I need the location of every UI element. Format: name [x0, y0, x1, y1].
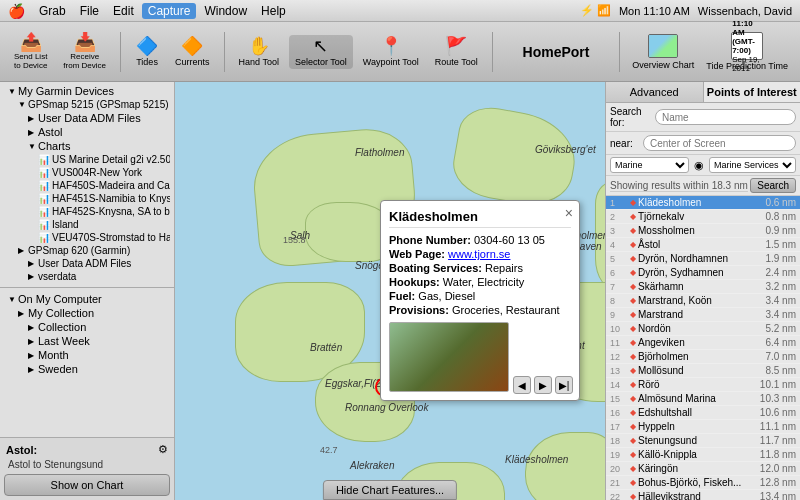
send-to-device-button[interactable]: 📤 Send Listto Device [8, 31, 53, 73]
popup-play-button[interactable]: ▶ [534, 376, 552, 394]
charts-item[interactable]: ▼ Charts [4, 139, 170, 153]
tides-button[interactable]: 🔷 Tides [129, 35, 165, 69]
result-item[interactable]: 14 ◆ Rörö 10.1 nm [606, 378, 800, 392]
apple-menu-icon[interactable]: 🍎 [8, 3, 25, 19]
tab-points-of-interest[interactable]: Points of Interest [704, 82, 801, 102]
route-tool-button[interactable]: 🚩 Route Tool [429, 35, 484, 69]
menu-edit[interactable]: Edit [107, 3, 140, 19]
receive-from-device-button[interactable]: 📥 Receivefrom Device [57, 31, 112, 73]
result-item[interactable]: 5 ◆ Dyrön, Nordhamnen 1.9 nm [606, 252, 800, 266]
result-item[interactable]: 9 ◆ Marstrand 3.4 nm [606, 308, 800, 322]
chart-haf452s[interactable]: 📊 HAF452S-Knysna, SA to beira, MZ [4, 205, 170, 218]
result-item[interactable]: 20 ◆ Käringön 12.0 nm [606, 462, 800, 476]
popup-prev-button[interactable]: ◀ [513, 376, 531, 394]
chart-icon: 📊 [38, 232, 50, 243]
chart-vus004r[interactable]: 📊 VUS004R-New York [4, 166, 170, 179]
result-item[interactable]: 21 ◆ Bohus-Björkö, Fiskeh... 12.8 nm [606, 476, 800, 490]
chart-island[interactable]: 📊 Island [4, 218, 170, 231]
hand-tool-button[interactable]: ✋ Hand Tool [233, 35, 285, 69]
selector-tool-button[interactable]: ↖ Selector Tool [289, 35, 353, 69]
result-item[interactable]: 8 ◆ Marstrand, Koön 3.4 nm [606, 294, 800, 308]
menu-grab[interactable]: Grab [33, 3, 72, 19]
diamond-icon: ◆ [630, 366, 636, 375]
result-dist: 5.2 nm [761, 323, 796, 334]
chart-haf450s[interactable]: 📊 HAF450S-Madeira and Canary ... [4, 179, 170, 192]
popup-next-button[interactable]: ▶| [555, 376, 573, 394]
chart-us-marine[interactable]: 📊 US Marine Detail g2i v2.50 [4, 153, 170, 166]
my-garmin-devices-header[interactable]: ▼ My Garmin Devices [4, 84, 170, 98]
result-item[interactable]: 19 ◆ Källö-Knippla 11.8 nm [606, 448, 800, 462]
marine-services-select[interactable]: Marine Services [709, 157, 796, 173]
result-item[interactable]: 17 ◆ Hyppeln 11.1 nm [606, 420, 800, 434]
result-name: Edshultshall [638, 407, 760, 418]
result-item[interactable]: 2 ◆ Tjörnekalv 0.8 nm [606, 210, 800, 224]
result-item[interactable]: 13 ◆ Mollösund 8.5 nm [606, 364, 800, 378]
result-num: 16 [610, 408, 630, 418]
popup-close-button[interactable]: × [565, 205, 573, 221]
menu-window[interactable]: Window [198, 3, 253, 19]
last-week-item[interactable]: ▶ Last Week [4, 334, 170, 348]
hide-chart-features-button[interactable]: Hide Chart Features... [323, 480, 457, 500]
tide-prediction-button[interactable]: 11:10 AM (GMT-7:00) Sep 19, 2011 Tide Pr… [702, 30, 792, 73]
tab-advanced[interactable]: Advanced [606, 82, 704, 102]
my-collection-item[interactable]: ▶ My Collection [4, 306, 170, 320]
marine-select[interactable]: Marine [610, 157, 689, 173]
popup-web[interactable]: www.tjorn.se [448, 248, 510, 260]
results-list: 1 ◆ Klädesholmen 0.6 nm 2 ◆ Tjörnekalv 0… [606, 196, 800, 500]
result-item[interactable]: 11 ◆ Angeviken 6.4 nm [606, 336, 800, 350]
gpsmap-5215-item[interactable]: ▼ GPSmap 5215 (GPSmap 5215) [4, 98, 170, 111]
astol-item[interactable]: ▶ Astol [4, 125, 170, 139]
result-name: Marstrand, Koön [638, 295, 761, 306]
popup-fuel-row: Fuel: Gas, Diesel [389, 290, 571, 302]
result-item[interactable]: 16 ◆ Edshultshall 10.6 nm [606, 406, 800, 420]
near-input[interactable] [643, 135, 796, 151]
currents-button[interactable]: 🔶 Currents [169, 35, 216, 69]
userdata-item[interactable]: ▶ vserdata [4, 270, 170, 283]
result-item[interactable]: 22 ◆ Hällevikstrand 13.4 nm [606, 490, 800, 500]
waypoint-icon: 📍 [380, 37, 402, 55]
last-month-item[interactable]: ▶ Month [4, 348, 170, 362]
search-button[interactable]: Search [750, 178, 796, 193]
chart-haf451s[interactable]: 📊 HAF451S-Namibia to Knysna, SA [4, 192, 170, 205]
result-dist: 6.4 nm [761, 337, 796, 348]
popup-phone-row: Phone Number: 0304-60 13 05 [389, 234, 571, 246]
diamond-icon: ◆ [630, 422, 636, 431]
result-num: 5 [610, 254, 630, 264]
result-item[interactable]: 7 ◆ Skärhamn 3.2 nm [606, 280, 800, 294]
sweden-item[interactable]: ▶ Sweden [4, 362, 170, 376]
user-data-adm-2[interactable]: ▶ User Data ADM Files [4, 257, 170, 270]
tide-label: Tide Prediction Time [706, 61, 788, 71]
waypoint-tool-button[interactable]: 📍 Waypoint Tool [357, 35, 425, 69]
gpsmap-620-item[interactable]: ▶ GPSmap 620 (Garmin) [4, 244, 170, 257]
result-item[interactable]: 12 ◆ Björholmen 7.0 nm [606, 350, 800, 364]
diamond-icon: ◆ [630, 212, 636, 221]
result-item[interactable]: 4 ◆ Åstol 1.5 nm [606, 238, 800, 252]
collection-item[interactable]: ▶ Collection [4, 320, 170, 334]
result-item[interactable]: 3 ◆ Mossholmen 0.9 nm [606, 224, 800, 238]
menu-help[interactable]: Help [255, 3, 292, 19]
menu-file[interactable]: File [74, 3, 105, 19]
result-item[interactable]: 6 ◆ Dyrön, Sydhamnen 2.4 nm [606, 266, 800, 280]
result-name: Dyrön, Nordhamnen [638, 253, 761, 264]
show-on-chart-button[interactable]: Show on Chart [4, 474, 170, 496]
astol-settings-icon[interactable]: ⚙ [158, 443, 168, 456]
result-item[interactable]: 18 ◆ Stenungsund 11.7 nm [606, 434, 800, 448]
result-item[interactable]: 1 ◆ Klädesholmen 0.6 nm [606, 196, 800, 210]
result-name: Käringön [638, 463, 760, 474]
menu-capture[interactable]: Capture [142, 3, 197, 19]
chart-veu470s[interactable]: 📊 VEU470S-Stromstad to Halmstad [4, 231, 170, 244]
sidebar: ▼ My Garmin Devices ▼ GPSmap 5215 (GPSma… [0, 82, 175, 500]
expand-icon: ▶ [28, 272, 36, 281]
overview-chart-button[interactable]: Overview Chart [628, 32, 698, 72]
result-name: Källö-Knippla [638, 449, 760, 460]
chart-veu470s-label: VEU470S-Stromstad to Halmstad [52, 232, 170, 243]
result-item[interactable]: 15 ◆ Almösund Marina 10.3 nm [606, 392, 800, 406]
on-my-computer-header[interactable]: ▼ On My Computer [4, 292, 170, 306]
result-num: 17 [610, 422, 630, 432]
user-data-adm-item[interactable]: ▶ User Data ADM Files [4, 111, 170, 125]
search-input[interactable] [655, 109, 796, 125]
map-area[interactable]: Flatholmen Göviksberg'et Stuckevík Kläde… [175, 82, 605, 500]
map-canvas[interactable]: Flatholmen Göviksberg'et Stuckevík Kläde… [175, 82, 605, 500]
depth-1: 155.8 [283, 235, 306, 245]
result-item[interactable]: 10 ◆ Nordön 5.2 nm [606, 322, 800, 336]
